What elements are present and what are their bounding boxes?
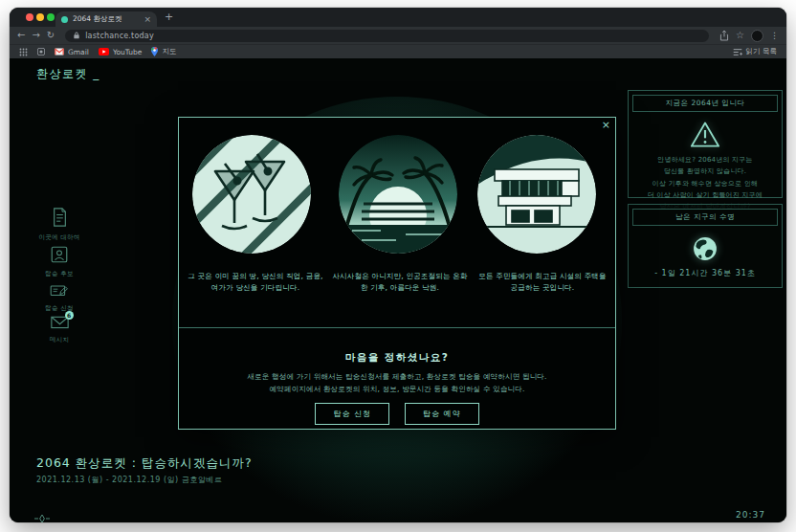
exhibition-dates: 2021.12.13 (월) - 2021.12.19 (일) 금호알베르 [36,475,222,485]
cocktails-illustration [192,135,311,254]
countdown-panel: 남은 지구의 수명 - 1일 21시간 36분 31초 [628,204,783,288]
url-text: lastchance.today [85,32,154,40]
modal-button-row: 탑승 신청 탑승 예약 [179,403,615,425]
menu-kebab-icon[interactable]: ⋮ [770,31,779,40]
lock-icon [73,31,80,40]
countdown-value: - 1일 21시간 36분 31초 [629,268,782,278]
forward-icon[interactable]: → [32,31,39,40]
gmail-icon [55,48,64,55]
share-icon[interactable] [719,30,729,41]
sidebar-label-about: 이곳에 대하여 [27,233,92,242]
bookmark-star-icon[interactable]: ☆ [736,31,744,40]
message-count-badge: 6 [65,311,74,320]
sidebar-label-messages: 메시지 [27,336,92,344]
site-mark-icon [34,509,50,522]
modal-question: 마음을 정하셨나요? [179,351,615,365]
modal-close-icon[interactable]: × [602,120,610,130]
sidebar-item-messages[interactable]: 6 메시지 [27,315,92,344]
bookmark-gmail[interactable]: Gmail [55,48,89,56]
bookmark-youtube[interactable]: YouTube [99,48,143,56]
apply-boarding-button[interactable]: 탑승 신청 [315,403,389,425]
reading-list-label: 읽기 목록 [746,47,777,56]
browser-window: 2064 환상로켓 × + ← → ↻ lastchance.today ☆ ⋮ [10,8,786,522]
tab-close-icon[interactable]: × [144,15,151,24]
tab-strip: 2064 환상로켓 × + [10,8,786,27]
browser-tab[interactable]: 2064 환상로켓 × [55,11,157,27]
modal-divider [179,327,615,328]
sidebar-label-candidates: 탑승 후보 [27,270,92,278]
modern-house-illustration [477,135,596,254]
palm-sunset-illustration [339,135,457,254]
application-form-icon [50,282,69,298]
reading-list-button[interactable]: 읽기 목록 [733,47,777,56]
year-panel-header: 지금은 2064년 입니다 [632,95,778,112]
modal-description-1: 새로운 행성에 가기 위해서는 탑승신청서를 제출하고, 환상로켓 탑승을 예약… [179,372,615,382]
site-favicon [61,16,68,23]
reload-icon[interactable]: ↻ [47,31,55,40]
bookmark-favicon[interactable] [37,48,45,55]
new-tab-button[interactable]: + [165,11,173,23]
document-icon [52,208,68,227]
minimize-window-button[interactable] [36,13,44,21]
sidebar-label-apply: 탑승 신청 [27,304,92,313]
feature-text-climate: 사시사철은 아니지만, 인공조절되는 온화한 기후, 아름다운 낙원. [332,271,468,294]
sidebar-item-apply[interactable]: 탑승 신청 [27,282,92,313]
close-window-button[interactable] [26,13,33,21]
modal-description-2: 예약페이지에서 환상로켓의 위치, 정보, 방문시간 등을 확인하실 수 있습니… [179,385,615,394]
sidebar-item-candidates[interactable]: 탑승 후보 [27,246,92,278]
reading-list-icon [733,48,742,56]
feature-text-dream-land: 그 곳은 이미 꿈의 땅, 당신의 직업, 금융, 여가가 당신을 기다립니다. [187,271,324,294]
year-notice-panel: 지금은 2064년 입니다 안녕하세요? 2064년의 지구는 당신을 환영하지… [628,90,783,198]
site-logo[interactable]: 환상로켓 _ [36,66,100,82]
bookmark-gmail-label: Gmail [68,48,89,56]
bookmark-maps[interactable]: 지도 [151,47,176,56]
earth-globe-icon [691,234,719,263]
bookmarks-bar: Gmail YouTube 지도 읽기 목록 [10,44,786,58]
tab-title: 2064 환상로켓 [73,14,140,24]
clock-display: 20:37 [736,510,765,520]
bookmark-maps-label: 지도 [162,47,176,56]
reserve-boarding-button[interactable]: 탑승 예약 [405,403,479,425]
zoom-window-button[interactable] [47,13,55,21]
apps-grid-icon[interactable] [19,48,28,56]
back-icon[interactable]: ← [17,31,25,40]
sidebar-item-about[interactable]: 이곳에 대하여 [27,208,92,242]
exhibition-title: 2064 환상로켓 : 탑승하시겠습니까? [36,455,253,472]
warning-triangle-icon [689,121,721,149]
page-content: 환상로켓 _ 이곳에 대하여 탑승 후보 탑승 신청 6 메시지 지금은 206… [10,58,786,522]
bookmark-youtube-label: YouTube [113,48,143,56]
browser-toolbar: ← → ↻ lastchance.today ☆ ⋮ [10,27,786,44]
promo-modal: × [178,117,616,430]
profile-avatar[interactable] [751,30,763,42]
maps-pin-icon [151,47,158,56]
youtube-icon [99,48,109,55]
countdown-panel-header: 남은 지구의 수명 [632,209,778,226]
feature-text-housing: 모든 주민들에게 최고급 시설의 주택을 공급하는 곳입니다. [475,271,609,294]
address-bar[interactable]: lastchance.today [65,30,709,42]
person-card-icon [51,246,68,263]
